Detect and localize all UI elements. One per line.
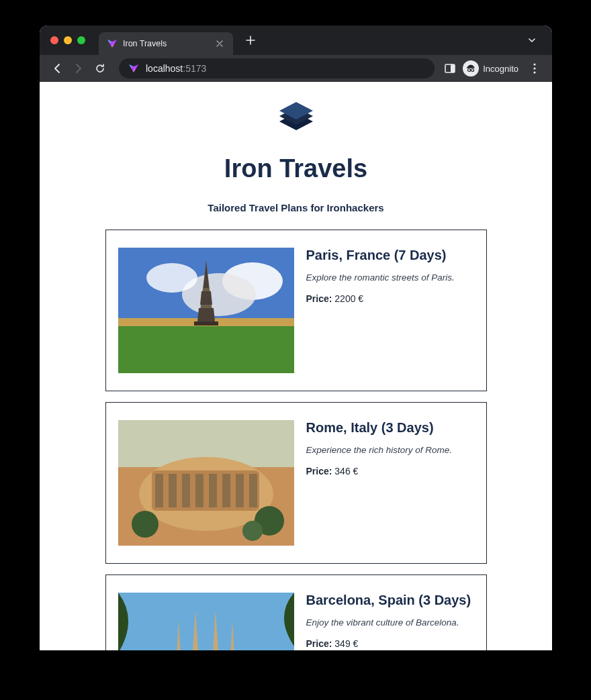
svg-point-6 <box>533 71 535 73</box>
incognito-icon <box>463 60 479 77</box>
toolbar-right: Incognito <box>444 59 544 78</box>
price-label: Price: <box>306 466 332 477</box>
travel-plan-list: Paris, France (7 Days)Explore the romant… <box>105 230 487 650</box>
travel-plan-image <box>118 248 294 373</box>
price-value: 349 € <box>332 638 358 649</box>
svg-rect-11 <box>118 321 294 373</box>
svg-point-28 <box>242 521 263 541</box>
page-content: Iron Travels Tailored Travel Plans for I… <box>40 82 552 650</box>
svg-point-4 <box>533 63 535 65</box>
browser-toolbar: localhost:5173 Incognito <box>40 55 552 82</box>
svg-rect-22 <box>209 474 217 507</box>
window-maximize-button[interactable] <box>77 36 85 44</box>
travel-plan-title: Rome, Italy (3 Days) <box>306 420 474 436</box>
travel-plan-body: Rome, Italy (3 Days)Experience the rich … <box>306 420 474 546</box>
svg-point-2 <box>468 69 471 72</box>
logo-icon <box>273 98 320 138</box>
travel-plan-card: Paris, France (7 Days)Explore the romant… <box>105 230 487 391</box>
travel-plan-body: Barcelona, Spain (3 Days)Enjoy the vibra… <box>306 593 474 650</box>
tab-bar: Iron Travels <box>40 26 552 55</box>
travel-plan-description: Experience the rich history of Rome. <box>306 445 474 455</box>
travel-plan-title: Paris, France (7 Days) <box>306 248 474 263</box>
address-text: localhost:5173 <box>146 63 206 74</box>
svg-rect-20 <box>182 474 190 507</box>
travel-plan-description: Enjoy the vibrant culture of Barcelona. <box>306 617 474 628</box>
side-panel-icon[interactable] <box>444 62 456 74</box>
browser-window: Iron Travels <box>40 26 552 650</box>
tab-bar-right <box>522 31 552 50</box>
window-controls <box>50 36 85 44</box>
travel-plan-card: Barcelona, Spain (3 Days)Enjoy the vibra… <box>105 574 487 650</box>
incognito-label: Incognito <box>483 64 518 74</box>
window-close-button[interactable] <box>50 36 58 44</box>
svg-rect-18 <box>155 474 163 507</box>
travel-plan-body: Paris, France (7 Days)Explore the romant… <box>306 248 474 373</box>
svg-point-10 <box>146 263 197 293</box>
page-title: Iron Travels <box>40 154 552 183</box>
window-minimize-button[interactable] <box>64 36 72 44</box>
svg-rect-24 <box>236 474 244 507</box>
close-tab-button[interactable] <box>214 38 225 49</box>
vite-favicon-icon <box>128 63 139 74</box>
travel-plan-price: Price: 346 € <box>306 466 474 477</box>
svg-rect-29 <box>118 593 294 650</box>
vite-favicon-icon <box>107 38 118 49</box>
page-subtitle: Tailored Travel Plans for Ironhackers <box>40 202 552 213</box>
svg-rect-21 <box>195 474 203 507</box>
address-port: :5173 <box>183 63 206 74</box>
browser-menu-button[interactable] <box>525 59 544 78</box>
new-tab-button[interactable] <box>241 31 260 50</box>
back-button[interactable] <box>48 59 66 78</box>
svg-rect-23 <box>222 474 230 507</box>
incognito-badge: Incognito <box>463 60 518 77</box>
browser-tab[interactable]: Iron Travels <box>99 32 233 55</box>
svg-rect-19 <box>169 474 177 507</box>
travel-plan-description: Explore the romantic streets of Paris. <box>306 272 474 283</box>
address-bar[interactable]: localhost:5173 <box>119 58 435 79</box>
address-host: localhost <box>146 63 183 74</box>
svg-point-5 <box>533 67 535 69</box>
travel-plan-price: Price: 2200 € <box>306 293 474 304</box>
tab-list-button[interactable] <box>522 31 541 50</box>
travel-plan-title: Barcelona, Spain (3 Days) <box>306 593 474 608</box>
travel-plan-image <box>118 420 294 546</box>
svg-point-3 <box>471 69 474 72</box>
travel-plan-image <box>118 593 294 650</box>
price-value: 346 € <box>332 466 358 477</box>
tab-title: Iron Travels <box>123 39 167 48</box>
svg-point-26 <box>132 511 158 538</box>
price-label: Price: <box>306 293 332 304</box>
travel-plan-price: Price: 349 € <box>306 638 474 649</box>
reload-button[interactable] <box>91 59 109 78</box>
page-header: Iron Travels Tailored Travel Plans for I… <box>40 98 552 213</box>
svg-rect-13 <box>194 321 218 326</box>
price-label: Price: <box>306 638 332 649</box>
svg-rect-1 <box>451 64 455 72</box>
price-value: 2200 € <box>332 293 363 304</box>
travel-plan-card: Rome, Italy (3 Days)Experience the rich … <box>105 402 487 564</box>
svg-rect-25 <box>249 474 257 507</box>
forward-button[interactable] <box>69 59 88 78</box>
